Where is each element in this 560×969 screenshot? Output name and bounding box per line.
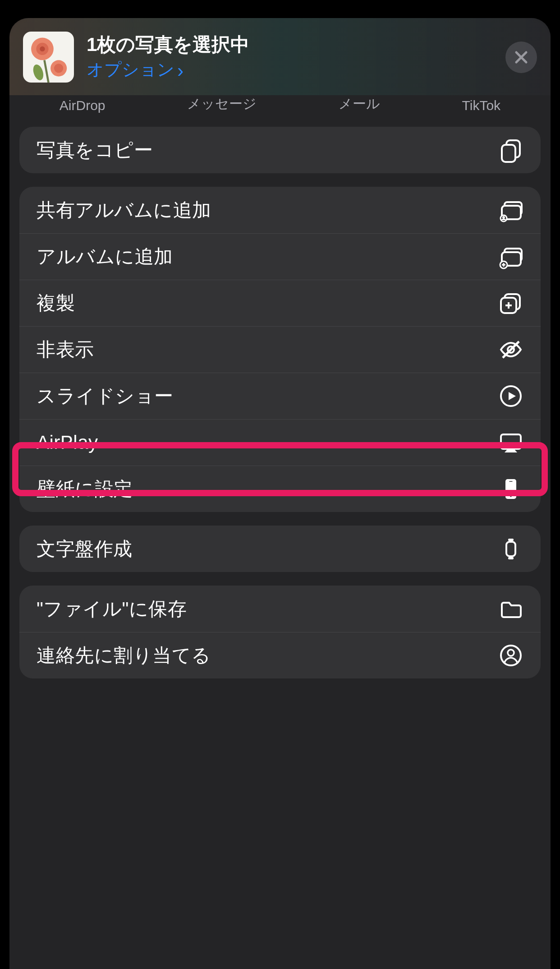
share-sheet-header: 1枚の写真を選択中 オプション› <box>9 18 551 95</box>
share-app-messages[interactable]: メッセージ <box>187 95 257 113</box>
action-label: AirPlay <box>37 432 98 453</box>
svg-point-25 <box>40 46 45 51</box>
header-title: 1枚の写真を選択中 <box>87 33 505 57</box>
svg-point-27 <box>54 64 63 73</box>
copy-icon <box>498 138 523 163</box>
action-label: スライドショー <box>37 383 174 409</box>
action-add-album[interactable]: アルバムに追加 <box>19 233 541 280</box>
action-create-watchface[interactable]: 文字盤作成 <box>19 526 541 572</box>
options-label: オプション <box>87 60 174 79</box>
action-label: "ファイル"に保存 <box>37 596 187 622</box>
shared-album-icon <box>498 198 523 223</box>
action-label: 共有アルバムに追加 <box>37 198 211 223</box>
action-label: 複製 <box>37 291 75 316</box>
airplay-icon <box>498 430 523 455</box>
close-button[interactable] <box>505 42 537 73</box>
action-label: 写真をコピー <box>37 138 153 163</box>
watch-icon <box>498 536 523 562</box>
actions-list: 写真をコピー 共有アルバムに追加 アルバムに追加 複製 非表示 スラ <box>9 127 551 678</box>
action-assign-contact[interactable]: 連絡先に割り当てる <box>19 632 541 678</box>
eye-off-icon <box>498 337 523 362</box>
action-label: 非表示 <box>37 337 94 362</box>
person-circle-icon <box>498 643 523 668</box>
share-sheet: 1枚の写真を選択中 オプション› AirDrop メッセージ メール TikTo… <box>9 18 551 969</box>
share-apps-row: AirDrop メッセージ メール TikTok <box>9 95 551 113</box>
play-circle-icon <box>498 383 523 409</box>
folder-icon <box>498 596 523 622</box>
action-group-watch: 文字盤作成 <box>19 526 541 572</box>
options-button[interactable]: オプション› <box>87 58 505 81</box>
action-add-shared-album[interactable]: 共有アルバムに追加 <box>19 187 541 233</box>
action-label: 壁紙に設定 <box>37 476 133 502</box>
action-duplicate[interactable]: 複製 <box>19 280 541 326</box>
share-app-airdrop[interactable]: AirDrop <box>60 98 106 113</box>
duplicate-icon <box>498 291 523 316</box>
action-copy-photo[interactable]: 写真をコピー <box>19 127 541 173</box>
add-album-icon <box>498 244 523 269</box>
action-label: 文字盤作成 <box>37 536 133 562</box>
action-slideshow[interactable]: スライドショー <box>19 373 541 419</box>
action-airplay[interactable]: AirPlay <box>19 419 541 466</box>
share-app-mail[interactable]: メール <box>339 95 380 113</box>
action-group-copy: 写真をコピー <box>19 127 541 173</box>
photo-thumbnail <box>23 32 74 83</box>
share-app-tiktok[interactable]: TikTok <box>462 98 501 113</box>
close-icon <box>514 50 529 65</box>
action-set-wallpaper[interactable]: 壁紙に設定 <box>19 466 541 512</box>
chevron-right-icon: › <box>177 60 184 81</box>
action-group-files: "ファイル"に保存 連絡先に割り当てる <box>19 586 541 678</box>
action-group-main: 共有アルバムに追加 アルバムに追加 複製 非表示 スライドショー AirPlay <box>19 187 541 512</box>
action-save-to-files[interactable]: "ファイル"に保存 <box>19 586 541 632</box>
action-label: アルバムに追加 <box>37 244 173 269</box>
action-hide[interactable]: 非表示 <box>19 326 541 373</box>
action-label: 連絡先に割り当てる <box>37 643 211 668</box>
header-text: 1枚の写真を選択中 オプション› <box>87 33 505 82</box>
iphone-icon <box>498 476 523 502</box>
